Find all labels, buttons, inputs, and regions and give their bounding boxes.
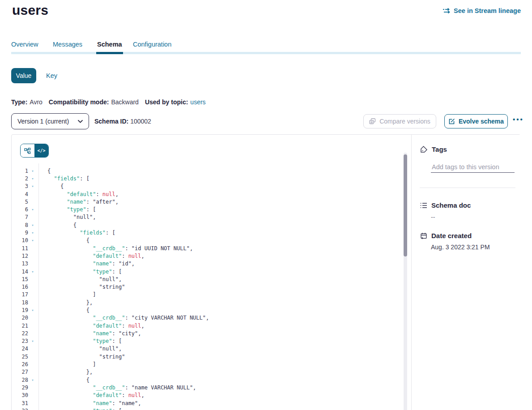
code-text: "default": null, <box>47 253 145 259</box>
editor-scrollbar-thumb[interactable] <box>404 154 407 256</box>
date-created-label: Date created <box>431 232 472 239</box>
line-number: 1 <box>12 168 28 174</box>
version-selected-value: Version 1 (current) <box>17 118 69 125</box>
line-number: 21 <box>12 323 28 329</box>
evolve-schema-label: Evolve schema <box>459 118 504 125</box>
fold-caret-icon[interactable]: ▾ <box>30 308 35 312</box>
sidebar-divider <box>420 188 515 188</box>
code-text: "null", <box>47 214 96 220</box>
stream-lineage-icon <box>443 8 451 14</box>
fold-caret-icon[interactable]: ▾ <box>30 223 35 227</box>
fold-caret-icon[interactable]: ▾ <box>30 378 35 382</box>
value-toggle-button[interactable]: Value <box>11 68 36 83</box>
line-number: 12 <box>12 253 28 259</box>
code-text: "__crdb__": "city VARCHAR NOT NULL", <box>47 315 209 321</box>
line-number: 16 <box>12 284 28 290</box>
topic-link[interactable]: users <box>190 98 205 106</box>
line-number: 20 <box>12 315 28 321</box>
line-number: 13 <box>12 261 28 267</box>
date-created-value: Aug. 3 2022 3:21 PM <box>431 243 490 251</box>
code-text: "type": [ <box>47 338 122 344</box>
code-text: "__crdb__": "id UUID NOT NULL", <box>47 245 193 252</box>
line-number: 11 <box>12 245 28 252</box>
page-title: users <box>12 3 48 18</box>
add-tags-input[interactable] <box>431 162 515 173</box>
fold-caret-icon[interactable]: ▾ <box>30 238 35 243</box>
line-number: 8 <box>12 222 28 228</box>
code-view-button[interactable]: </> <box>34 144 48 157</box>
used-by-topic-label: Used by topic: <box>145 98 188 106</box>
line-number: 14 <box>12 269 28 275</box>
code-text: { <box>47 377 89 383</box>
compatibility-value: Backward <box>111 98 138 106</box>
fold-caret-icon[interactable]: ▾ <box>30 184 35 188</box>
line-number: 30 <box>12 392 28 398</box>
code-text: "name": "after", <box>47 199 119 205</box>
line-number: 19 <box>12 307 28 313</box>
key-toggle-link[interactable]: Key <box>46 72 57 79</box>
schema-id-value: 100002 <box>130 118 151 125</box>
line-number: 9 <box>12 230 28 236</box>
code-text: ] <box>47 291 96 298</box>
fold-caret-icon[interactable]: ▾ <box>30 169 35 173</box>
code-text: "name": "name", <box>47 400 141 406</box>
line-number: 28 <box>12 377 28 383</box>
compare-versions-icon <box>369 118 376 124</box>
code-text: "type": [ <box>47 269 122 275</box>
line-number: 3 <box>12 183 28 189</box>
version-dropdown[interactable]: Version 1 (current) <box>11 113 89 129</box>
code-text: ] <box>47 361 96 367</box>
line-number: 2 <box>12 175 28 182</box>
line-number: 29 <box>12 384 28 391</box>
line-number: 10 <box>12 237 28 243</box>
schema-editor-panel: </> 1▾{2▾ "fields": [3▾ {4 "default": nu… <box>11 134 521 410</box>
tab-configuration[interactable]: Configuration <box>133 41 171 48</box>
more-actions-button[interactable]: ••• <box>513 115 524 123</box>
tab-overview[interactable]: Overview <box>11 41 38 48</box>
fold-caret-icon[interactable]: ▾ <box>30 207 35 212</box>
type-value: Avro <box>30 98 43 106</box>
line-number: 18 <box>12 299 28 306</box>
fold-caret-icon[interactable]: ▾ <box>30 339 35 343</box>
fold-caret-icon[interactable]: ▾ <box>30 176 35 181</box>
code-text: "name": "city", <box>47 330 141 337</box>
see-in-stream-lineage-link[interactable]: See in Stream lineage <box>443 7 521 14</box>
tab-schema[interactable]: Schema <box>97 41 122 48</box>
schema-doc-value: -- <box>431 214 435 221</box>
code-text: { <box>47 237 89 243</box>
line-number: 7 <box>12 214 28 220</box>
code-text: "default": null, <box>47 323 145 329</box>
line-number: 31 <box>12 400 28 406</box>
active-tab-underline <box>96 52 123 54</box>
code-text: "__crdb__": "name VARCHAR NULL", <box>47 384 196 391</box>
chevron-down-icon <box>78 120 83 123</box>
code-text: "default": null, <box>47 392 145 398</box>
compare-versions-button[interactable]: Compare versions <box>363 114 436 128</box>
code-text: "type": [ <box>47 408 122 410</box>
calendar-plus-icon <box>420 232 427 239</box>
lineage-link-label: See in Stream lineage <box>454 7 521 14</box>
tree-view-icon <box>24 148 31 154</box>
schema-doc-label: Schema doc <box>431 201 471 209</box>
line-number: 26 <box>12 361 28 367</box>
code-view-icon: </> <box>37 148 45 153</box>
editor-view-toggle: </> <box>20 144 49 158</box>
editor-scrollbar[interactable] <box>404 153 407 410</box>
code-text: "null", <box>47 276 122 282</box>
code-text: "null", <box>47 346 122 352</box>
fold-caret-icon[interactable]: ▾ <box>30 231 35 235</box>
fold-caret-icon[interactable]: ▾ <box>30 269 35 274</box>
line-number: 24 <box>12 346 28 352</box>
evolve-schema-button[interactable]: Evolve schema <box>444 114 508 128</box>
compatibility-label: Compatibility mode: <box>49 98 109 106</box>
line-number: 4 <box>12 191 28 197</box>
tags-section-header: Tags <box>420 145 447 153</box>
tab-messages[interactable]: Messages <box>53 41 82 48</box>
schema-id-label: Schema ID: <box>94 118 128 125</box>
line-number: 22 <box>12 330 28 337</box>
line-number: 32 <box>12 408 28 410</box>
tree-view-button[interactable] <box>21 144 34 157</box>
line-number: 17 <box>12 291 28 298</box>
code-text: }, <box>47 299 93 306</box>
schema-doc-header: Schema doc <box>420 201 471 209</box>
